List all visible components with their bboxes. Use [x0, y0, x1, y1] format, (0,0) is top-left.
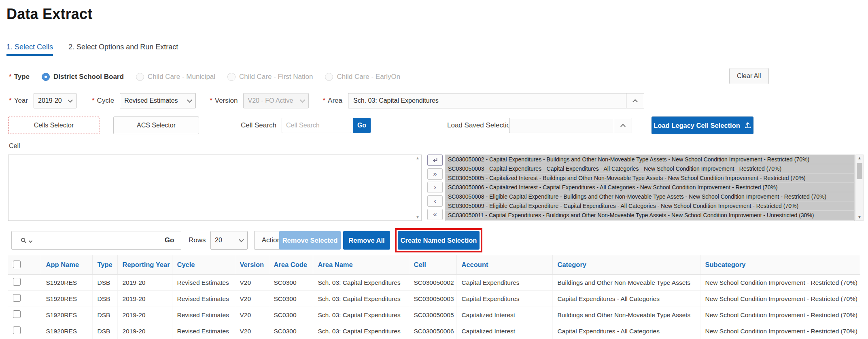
- cell-list-item[interactable]: SC030050003 - Capital Expenditures - Cap…: [446, 164, 854, 174]
- table-cell: Sch. 03: Capital Expenditures: [313, 291, 409, 307]
- scroll-up-icon[interactable]: ▲: [857, 156, 862, 160]
- column-header[interactable]: Reporting Year: [117, 255, 172, 275]
- table-cell: V20: [235, 275, 269, 291]
- table-cell: SC0300: [269, 275, 313, 291]
- remove-all-button[interactable]: Remove All: [343, 231, 390, 250]
- column-header[interactable]: Cycle: [172, 255, 235, 275]
- cell-list-item[interactable]: SC030050005 - Capitalized Interest - Bui…: [446, 174, 854, 183]
- column-header[interactable]: Account: [456, 255, 552, 275]
- list-scrollbar[interactable]: ▲ ▼: [855, 155, 864, 221]
- tab-select-cells[interactable]: 1. Select Cells: [6, 39, 53, 56]
- move-all-right-button[interactable]: »: [427, 168, 443, 180]
- column-header[interactable]: Type: [92, 255, 117, 275]
- table-cell: SC030050003: [409, 291, 456, 307]
- cell-list-item[interactable]: SC030050002 - Capital Expenditures - Bui…: [446, 155, 854, 164]
- radio-unselected-icon: [227, 73, 236, 81]
- table-cell: Buildings and Other Non-Moveable Type As…: [552, 275, 700, 291]
- selected-cells-list[interactable]: SC030050002 - Capital Expenditures - Bui…: [445, 155, 855, 221]
- select-all-checkbox[interactable]: [13, 261, 21, 268]
- report-go-button[interactable]: Go: [158, 231, 181, 250]
- row-checkbox[interactable]: [13, 278, 21, 286]
- cell-list-item[interactable]: SC030050008 - Eligible Capital Expenditu…: [446, 192, 854, 201]
- move-right-button[interactable]: ›: [427, 182, 443, 193]
- load-legacy-cell-selection-button[interactable]: Load Legacy Cell Selection: [652, 117, 753, 134]
- scrollbar-thumb[interactable]: [857, 163, 862, 179]
- table-cell: Capitalized Interest: [456, 307, 552, 323]
- scroll-up-icon[interactable]: ▲: [416, 156, 420, 160]
- table-cell: New School Condition Improvement - Restr…: [700, 291, 860, 307]
- chevron-down-icon: [239, 237, 244, 242]
- table-cell: V20: [235, 323, 269, 339]
- acs-selector-button[interactable]: ACS Selector: [113, 117, 199, 134]
- table-cell: SC030050005: [409, 307, 456, 323]
- cycle-select[interactable]: Revised Estimates: [120, 93, 196, 108]
- report-search-input[interactable]: [41, 231, 158, 250]
- row-checkbox[interactable]: [13, 294, 21, 302]
- move-left-button[interactable]: ‹: [427, 195, 443, 207]
- required-asterisk: *: [210, 97, 212, 105]
- column-header[interactable]: Area Name: [313, 255, 409, 275]
- radio-child-care-municipal[interactable]: Child Care - Municipal: [136, 73, 215, 81]
- column-header[interactable]: Subcategory: [700, 255, 860, 275]
- cells-selector-button[interactable]: Cells Selector: [8, 117, 100, 134]
- table-cell: Revised Estimates: [172, 275, 235, 291]
- table-cell: S1920RES: [41, 291, 92, 307]
- column-header[interactable]: Area Code: [269, 255, 313, 275]
- radio-child-care-first-nation[interactable]: Child Care - First Nation: [227, 73, 313, 81]
- table-cell: SC030050002: [409, 275, 456, 291]
- cell-list-item[interactable]: SC030050006 - Capitalized Interest - Cap…: [446, 183, 854, 192]
- shuttle-reset-button[interactable]: [427, 155, 443, 166]
- saved-selection-combobox[interactable]: [509, 118, 614, 133]
- cell-search-label: Cell Search: [241, 117, 276, 134]
- search-options-button[interactable]: [11, 231, 41, 250]
- rows-label: Rows: [189, 231, 206, 250]
- move-all-left-button[interactable]: «: [427, 209, 443, 220]
- radio-child-care-earlyon[interactable]: Child Care - EarlyOn: [325, 73, 400, 81]
- year-select[interactable]: 2019-20: [34, 93, 76, 108]
- rows-select[interactable]: 20: [210, 231, 248, 250]
- version-label: Version: [215, 97, 238, 105]
- scroll-down-icon[interactable]: ▼: [416, 215, 420, 219]
- chevron-down-icon: [29, 239, 33, 243]
- available-cells-list[interactable]: ▲ ▼: [8, 155, 422, 221]
- area-label: Area: [328, 97, 342, 105]
- table-cell: Revised Estimates: [172, 291, 235, 307]
- table-row: S1920RESDSB2019-20Revised EstimatesV20SC…: [8, 275, 860, 291]
- column-header[interactable]: Cell: [409, 255, 456, 275]
- upload-icon: [744, 122, 751, 129]
- required-asterisk: *: [9, 97, 12, 105]
- row-checkbox[interactable]: [13, 310, 21, 318]
- page-title: Data Extract: [6, 6, 93, 23]
- row-checkbox[interactable]: [13, 326, 21, 334]
- create-named-selection-button[interactable]: Create Named Selection: [398, 231, 480, 250]
- chevron-up-icon: [620, 124, 626, 129]
- chevron-down-icon: [68, 97, 73, 103]
- clear-all-button[interactable]: Clear All: [729, 68, 769, 84]
- column-header[interactable]: App Name: [41, 255, 92, 275]
- scroll-down-icon[interactable]: ▼: [857, 215, 862, 219]
- table-cell: 2019-20: [117, 307, 172, 323]
- table-cell: DSB: [92, 275, 117, 291]
- column-header[interactable]: Category: [552, 255, 700, 275]
- table-cell: Capital Expenditures: [456, 291, 552, 307]
- table-cell: Capital Expenditures - All Categories: [552, 291, 700, 307]
- tab-select-options[interactable]: 2. Select Options and Run Extract: [68, 39, 178, 56]
- cell-list-item[interactable]: SC030050011 - Capital Expenditures - Bui…: [446, 211, 854, 220]
- cell-search-go-button[interactable]: Go: [353, 118, 371, 133]
- column-header[interactable]: Version: [235, 255, 269, 275]
- cell-list-item[interactable]: SC030050009 - Eligible Capital Expenditu…: [446, 201, 854, 211]
- area-combobox[interactable]: Sch. 03: Capital Expenditures: [348, 93, 626, 108]
- required-asterisk: *: [9, 73, 12, 81]
- radio-unselected-icon: [325, 73, 333, 81]
- radio-district-school-board[interactable]: District School Board: [42, 73, 124, 81]
- saved-selection-collapse-button[interactable]: [614, 118, 632, 133]
- table-cell: SC0300: [269, 291, 313, 307]
- table-row: S1920RESDSB2019-20Revised EstimatesV20SC…: [8, 291, 860, 307]
- area-collapse-button[interactable]: [626, 93, 644, 108]
- table-cell: S1920RES: [41, 275, 92, 291]
- table-row: S1920RESDSB2019-20Revised EstimatesV20SC…: [8, 307, 860, 323]
- cell-search-input[interactable]: [282, 118, 351, 133]
- tab-bar: 1. Select Cells 2. Select Options and Ru…: [0, 39, 868, 56]
- table-cell: SC0300: [269, 307, 313, 323]
- table-cell: New School Condition Improvement - Restr…: [700, 275, 860, 291]
